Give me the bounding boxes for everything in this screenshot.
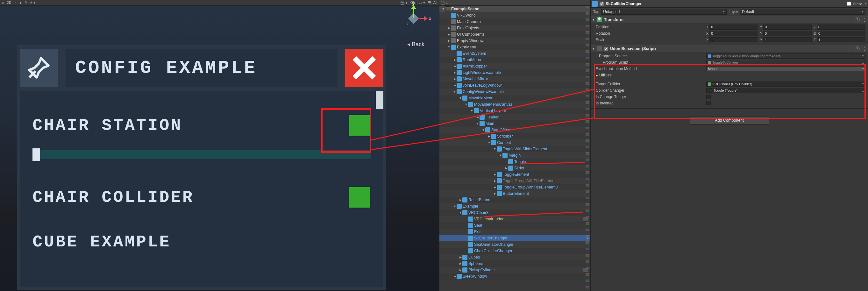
chair-station-toggle[interactable]	[348, 114, 371, 137]
transform-position-z-input[interactable]	[817, 25, 865, 30]
hierarchy-item-exit[interactable]: Exit	[439, 229, 590, 235]
expand-arrow-icon[interactable]: ▼	[453, 90, 457, 93]
hierarchy-search-input[interactable]	[445, 1, 589, 5]
transform-position-y-input[interactable]	[763, 25, 812, 30]
help-icon[interactable]: ?	[855, 46, 860, 51]
expand-arrow-icon[interactable]: ▶	[453, 65, 457, 68]
chevron-right-icon[interactable]: ›	[587, 236, 588, 240]
hierarchy-item-seat[interactable]: Seat	[439, 222, 590, 229]
hierarchy-item-movablemirror[interactable]: ▶MovableMirror	[439, 76, 590, 82]
help-icon[interactable]: ?	[855, 17, 860, 22]
transform-rotation-y-input[interactable]	[763, 31, 812, 36]
expand-arrow-icon[interactable]: ▼	[487, 141, 491, 144]
expand-arrow-icon[interactable]: ▶	[487, 135, 491, 138]
expand-arrow-icon[interactable]: ▶	[453, 77, 457, 80]
expand-arrow-icon[interactable]: ▼	[459, 211, 462, 214]
hierarchy-item-vertical-layout[interactable]: ▼Vertical Layout	[439, 108, 590, 114]
transform-scale-x-input[interactable]	[709, 37, 758, 42]
expand-arrow-icon[interactable]: ▶	[476, 116, 479, 119]
fold-icon[interactable]: ▼	[592, 18, 595, 21]
hierarchy-item-slider[interactable]: ▶Slider	[439, 165, 590, 171]
hierarchy-item-chaircolliderchanger[interactable]: ChairColliderChanger	[439, 248, 590, 254]
expand-arrow-icon[interactable]: ▼	[441, 7, 445, 10]
hierarchy-item-vrc_chair_udon[interactable]: VRC_chair_udon	[439, 216, 590, 222]
transform-position-x-input[interactable]	[709, 25, 758, 30]
hierarchy-item-empty-windows[interactable]: ▶Empty Windows	[439, 38, 590, 44]
expand-arrow-icon[interactable]: ▼	[470, 109, 474, 112]
hierarchy-item-vrcworld[interactable]: VRCWorld	[439, 12, 590, 19]
scene-view[interactable]: ⌂ 2D ♀ ◖ § ☀ ▾ 📷 ▾ Gizmos ▾ 🔍 All y x z …	[0, 0, 439, 291]
expand-arrow-icon[interactable]: ▼	[493, 148, 497, 151]
expand-arrow-icon[interactable]: ▶	[447, 33, 451, 36]
expand-arrow-icon[interactable]: ▶	[453, 71, 457, 74]
hierarchy-item-main[interactable]: ▼Main	[439, 120, 590, 127]
expand-arrow-icon[interactable]: ▶	[493, 186, 497, 189]
expand-arrow-icon[interactable]: ▶	[459, 262, 462, 265]
fold-icon[interactable]: ▼	[592, 47, 595, 50]
settings-icon[interactable]: ⋮	[862, 17, 867, 22]
expand-arrow-icon[interactable]: ▶	[447, 39, 451, 42]
hierarchy-item-spheres[interactable]: ▶Spheres	[439, 260, 590, 267]
hierarchy-item-seatanimatorchanger[interactable]: SeatAnimatorChanger	[439, 241, 590, 248]
static-dropdown-icon[interactable]: ▾	[865, 2, 867, 5]
hierarchy-item-pickupcylinder[interactable]: ▶PickupCylinder	[439, 267, 590, 273]
hierarchy-item-vrcchair3[interactable]: ▼VRCChair3	[439, 209, 590, 216]
config-scrollbar[interactable]	[376, 91, 383, 109]
expand-arrow-icon[interactable]: ▶	[453, 275, 457, 278]
hierarchy-item-resetbutton[interactable]: ▶ResetButton	[439, 197, 590, 203]
hierarchy-item-rootmenu[interactable]: ▶RootMenu	[439, 57, 590, 63]
hierarchy-item-scrollbar[interactable]: ▶Scrollbar	[439, 133, 590, 139]
hierarchy-item-fieldobjects[interactable]: ▶FieldObjects	[439, 25, 590, 31]
expand-arrow-icon[interactable]: ▼	[464, 103, 468, 106]
program-source-field[interactable]: ToggleToCollider (UdonSharpProgramAsset)	[706, 54, 865, 59]
hierarchy-item-buttonelement[interactable]: ▶ButtonElement	[439, 190, 590, 197]
transform-rotation-x-input[interactable]	[709, 31, 758, 36]
hierarchy-item-joinleavelogwindow[interactable]: ▶JoinLeaveLogWindow	[439, 82, 590, 89]
hierarchy-item-togglegroupwithtitleelement[interactable]: ▶ToggleGroupWithTitleElement	[439, 177, 590, 184]
expand-arrow-icon[interactable]: ▶	[493, 173, 497, 176]
scene-orientation-gizmo[interactable]: y x z	[401, 6, 426, 32]
hierarchy-item-main-camera[interactable]: Main Camera	[439, 19, 590, 25]
hierarchy-item-extramenu[interactable]: ▼ExtraMenu	[439, 44, 590, 50]
hierarchy-item-examplescene[interactable]: ▼ExampleScene	[439, 6, 590, 12]
program-script-field[interactable]: ToggleToCollider	[706, 60, 865, 65]
hierarchy-item-ui-components[interactable]: ▶UI Components	[439, 31, 590, 38]
hierarchy-panel[interactable]: ▼ExampleSceneVRCWorldMain Camera▶FieldOb…	[439, 0, 590, 291]
gameobject-static-checkbox[interactable]	[847, 2, 851, 6]
expand-arrow-icon[interactable]: ▶	[459, 198, 462, 201]
hierarchy-item-movablemenucanvas[interactable]: ▼MovableMenuCanvas	[439, 101, 590, 108]
hierarchy-item-lightwindowexample[interactable]: ▶LightWindowExample	[439, 69, 590, 76]
hierarchy-item-toggle[interactable]: Toggle	[439, 159, 590, 165]
collider-changer-field[interactable]: ✓Toggle (Toggle)	[706, 88, 865, 93]
hierarchy-item-movablemenu[interactable]: ▼MovableMenu	[439, 95, 590, 101]
hierarchy-item-sitcolliderchanger[interactable]: SitColliderChanger›	[439, 235, 590, 241]
utilities-row[interactable]: ▶Utilities	[593, 72, 865, 78]
expand-arrow-icon[interactable]: ▼	[453, 205, 457, 208]
expand-arrow-icon[interactable]: ▶	[504, 166, 508, 170]
transform-scale-z-input[interactable]	[817, 37, 865, 42]
gameobject-name[interactable]: SitColliderChanger	[606, 2, 845, 6]
sync-method-dropdown[interactable]: Manual	[706, 66, 865, 71]
target-collider-field[interactable]: VRCChair3 (Box Collider)	[706, 82, 865, 87]
hierarchy-item-togglegroupwithtitleelement3[interactable]: ▶ToggleGroupWithTitleElement3	[439, 184, 590, 190]
hierarchy-item-margin[interactable]: ▼Margin	[439, 152, 590, 159]
expand-arrow-icon[interactable]: ▶	[493, 192, 497, 195]
hierarchy-item-toggleelement[interactable]: ▶ToggleElement	[439, 171, 590, 177]
expand-arrow-icon[interactable]: ▼	[499, 154, 502, 157]
hierarchy-item-alarmstopper[interactable]: ▶AlarmStopper	[439, 63, 590, 69]
add-component-button[interactable]: Add Component	[690, 116, 769, 125]
expand-arrow-icon[interactable]: ▶	[459, 268, 462, 271]
pin-button[interactable]	[20, 49, 58, 87]
scene-toolbar-gizmos[interactable]: 📷 ▾ Gizmos ▾ 🔍 All	[400, 1, 437, 5]
chair-collider-toggle[interactable]	[348, 186, 371, 208]
inspector-panel[interactable]: SitColliderChanger Static ▾ Tag Untagged…	[590, 0, 868, 291]
hierarchy-item-sleepwindow[interactable]: ▶SleepWindow	[439, 273, 590, 280]
hierarchy-search[interactable]	[439, 0, 590, 6]
gameobject-enabled-checkbox[interactable]	[599, 2, 604, 6]
slider-thumb[interactable]	[32, 149, 40, 161]
hierarchy-item-header[interactable]: ▶Header	[439, 114, 590, 120]
expand-arrow-icon[interactable]: ▶	[459, 256, 462, 259]
close-button[interactable]	[345, 49, 383, 87]
transform-rotation-z-input[interactable]	[817, 31, 865, 36]
hierarchy-item-eventsystem[interactable]: EventSystem	[439, 50, 590, 57]
